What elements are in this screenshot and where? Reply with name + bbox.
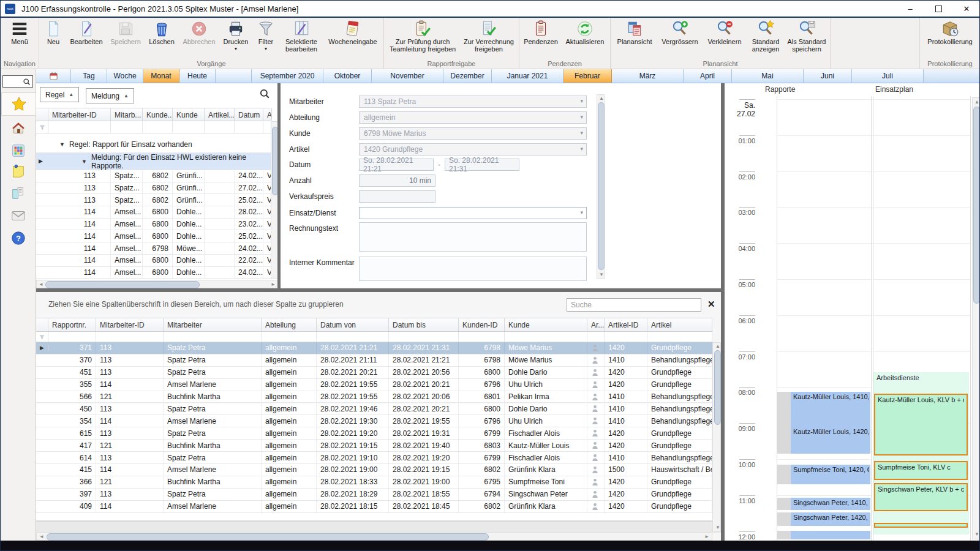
filter-cell[interactable] (459, 332, 505, 342)
zur-prufung-durch-teamleitung-freigeben-button[interactable]: Zur Prüfung durch Teamleitung freigeben (385, 18, 460, 53)
rapport-row[interactable]: 366121Buchfink Marthaallgemein28.02.2021… (36, 476, 712, 489)
rule-grid-row[interactable]: 114Amsel...6800Dohle...24.02....V (36, 267, 271, 279)
sidebar-item-help[interactable]: ? (1, 227, 35, 249)
einsatzplan-event[interactable]: Singschwan Peter, KLV b + c (874, 483, 968, 511)
scroll-down-icon[interactable]: ▼ (715, 525, 720, 530)
filter-cell[interactable] (235, 121, 263, 133)
scroll-right-icon[interactable]: ► (704, 534, 709, 539)
rapport-row[interactable]: 451113Spatz Petraallgemein28.02.2021 20:… (36, 367, 712, 379)
group-chip-regel[interactable]: Regel ▲ (40, 87, 79, 102)
tree-node-rule[interactable]: ▼Regel: Rapport für Einsatz vorhanden (36, 136, 271, 153)
column-header-artikel-id[interactable]: Artikel-ID (605, 318, 647, 331)
tab-dezember[interactable]: Dezember (443, 69, 492, 83)
filter-cell[interactable] (262, 332, 317, 342)
rule-grid-row[interactable]: 114Amsel...6798Möwe...24.02....V (36, 242, 271, 255)
artikel-select[interactable]: 1420 Grundpflege▾ (359, 143, 587, 156)
verkleinern-button[interactable]: Verkleinern (703, 18, 747, 45)
rapport-row[interactable]: 415114Amsel Marleneallgemein28.02.2021 1… (36, 464, 712, 476)
column-header-abteilung[interactable]: Abteilung (262, 318, 317, 331)
planner-vertical-scrollbar[interactable]: ▲▼ (972, 97, 980, 539)
abteilung-select[interactable]: allgemein▾ (359, 111, 587, 124)
column-header-kunde[interactable]: Kunde... (143, 108, 173, 121)
anzahl-input[interactable]: 10 min (359, 174, 435, 187)
column-header-mitarbeiter-id[interactable]: Mitarbeiter-ID (96, 318, 164, 331)
pendenzen-button[interactable]: Pendenzen (521, 18, 561, 45)
rule-grid-row[interactable]: 113Spatz...6802Grünfi...24.02....V (36, 170, 271, 182)
filter-button[interactable]: Filter▼ (252, 18, 279, 51)
column-header-rapportnr[interactable]: Rapportnr. (48, 318, 96, 331)
tab-tag[interactable]: Tag (71, 69, 107, 83)
filter-cell[interactable] (505, 332, 587, 342)
rule-grid-row[interactable]: 114Amsel...6800Dohle...25.02....V (36, 231, 271, 243)
loschen-button[interactable]: Löschen (145, 18, 179, 45)
column-header-a[interactable]: A (263, 108, 272, 121)
scroll-up-icon[interactable]: ▲ (974, 100, 979, 105)
sidebar-item-home[interactable] (1, 117, 35, 139)
bearbeiten-button[interactable]: Bearbeiten (66, 18, 107, 45)
einsatzplan-event[interactable]: Sumpfmeise Toni, KLV c (874, 461, 968, 480)
filter-cell[interactable] (96, 332, 164, 342)
close-search-icon[interactable]: ✕ (707, 299, 715, 310)
filter-cell[interactable] (205, 121, 235, 133)
rechnungstext-textarea[interactable] (359, 222, 587, 252)
zur-verrechnung-freigeben-button[interactable]: Zur Verrechnung freigeben (460, 18, 518, 53)
minimize-button[interactable]: – (896, 1, 924, 17)
grid-search-input[interactable] (567, 298, 701, 312)
calendar-icon[interactable] (36, 69, 71, 83)
collapse-arrow-icon[interactable]: ▼ (59, 141, 65, 148)
tab-mai[interactable]: Mai (732, 69, 804, 83)
abbrechen-button[interactable]: Abbrechen (179, 18, 219, 45)
scroll-left-icon[interactable]: ◄ (39, 534, 44, 539)
column-header-datum[interactable]: Datum (235, 108, 263, 121)
rapport-row[interactable]: 355114Amsel Marleneallgemein28.02.2021 1… (36, 379, 712, 391)
wocheneingabe-button[interactable]: Wocheneingabe (323, 18, 382, 45)
sidebar-item-documents[interactable] (1, 182, 35, 204)
tab-marz[interactable]: März (612, 69, 684, 83)
column-header-datum-bis[interactable]: Datum bis (389, 318, 459, 331)
rapport-row[interactable]: 614113Spatz Petraallgemein28.02.2021 19:… (36, 452, 712, 464)
rapport-row[interactable]: 397113Spatz Petraallgemein28.02.2021 18:… (36, 489, 712, 501)
scroll-down-icon[interactable]: ▼ (974, 532, 979, 537)
filter-cell[interactable] (48, 121, 111, 133)
column-header-artikel[interactable]: Artikel (647, 318, 712, 331)
tab-heute[interactable]: Heute (179, 69, 216, 83)
column-header-mitarbeiter[interactable]: Mitarbeiter (164, 318, 262, 331)
scroll-down-icon[interactable]: ▼ (599, 272, 604, 277)
rapport-row[interactable]: 615113Spatz Petraallgemein28.02.2021 19:… (36, 427, 712, 440)
close-button[interactable]: ✕ (952, 1, 980, 17)
sidebar-item-favorites-star[interactable] (1, 92, 36, 116)
sidebar-item-notes[interactable] (1, 160, 35, 182)
rapport-grid-vertical-scrollbar[interactable]: ▲▼ (712, 342, 721, 532)
tab-oktober[interactable]: Oktober (323, 69, 372, 83)
column-header-mitarbeiter-id[interactable]: Mitarbeiter-ID (48, 108, 111, 121)
tab-monat[interactable]: Monat (143, 69, 179, 83)
rapport-grid-horizontal-scrollbar[interactable]: ◄► (36, 532, 712, 541)
column-header-kunde[interactable]: Kunde (173, 108, 205, 121)
tab-juli[interactable]: Juli (852, 69, 924, 83)
restore-button[interactable] (924, 1, 952, 17)
tab-woche[interactable]: Woche (107, 69, 143, 83)
rapport-event[interactable] (777, 531, 870, 539)
search-icon[interactable] (259, 88, 270, 99)
filter-cell[interactable] (587, 332, 605, 342)
filter-cell[interactable] (389, 332, 459, 342)
scrollbar-thumb[interactable] (598, 102, 605, 270)
tab-januar-2021[interactable]: Januar 2021 (492, 69, 564, 83)
group-chip-meldung[interactable]: Meldung ▲ (86, 88, 134, 103)
scrollbar-thumb[interactable] (973, 107, 980, 304)
interner-kommentar-textarea[interactable] (359, 257, 587, 281)
rapport-event[interactable]: Singschwan Peter, 1410, Behandlungspfleg… (777, 498, 870, 510)
rule-grid-row[interactable]: 113Spatz...6802Grünfi...25.02....V (36, 194, 271, 206)
kunde-select[interactable]: 6798 Möwe Marius▾ (359, 127, 587, 140)
column-header-artikel[interactable]: Artikel... (205, 108, 235, 121)
collapse-arrow-icon[interactable]: ▼ (81, 159, 87, 165)
rule-grid-row[interactable]: 114Amsel...6800Dohle...28.02....V (36, 206, 271, 219)
filter-cell[interactable] (173, 121, 205, 133)
rule-grid-row[interactable]: 114Amsel...6800Dohle...22.02....V (36, 255, 271, 267)
rapport-row[interactable]: ▶371113Spatz Petraallgemein28.02.2021 21… (36, 342, 712, 354)
rapport-row[interactable]: 566121Buchfink Marthaallgemein28.02.2021… (36, 391, 712, 403)
rule-grid-horizontal-scrollbar[interactable]: ◄► (36, 280, 278, 288)
scrollbar-thumb[interactable] (47, 533, 489, 541)
tab-november[interactable]: November (372, 69, 443, 83)
filter-cell[interactable] (143, 121, 173, 133)
